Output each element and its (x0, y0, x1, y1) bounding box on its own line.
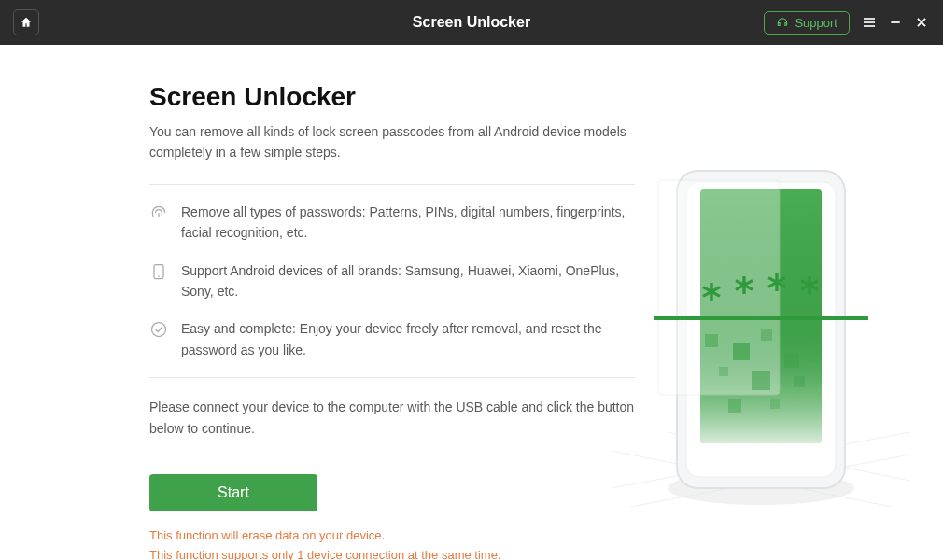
warnings: This function will erase data on your de… (149, 526, 635, 560)
svg-text:*: * (798, 270, 821, 313)
feature-text: Support Android devices of all brands: S… (181, 260, 635, 302)
page-subtitle: You can remove all kinds of lock screen … (149, 121, 635, 163)
check-circle-icon (149, 320, 168, 339)
svg-rect-28 (719, 367, 728, 376)
svg-point-8 (152, 323, 166, 337)
svg-rect-32 (728, 399, 741, 413)
features-list: Remove all types of passwords: Patterns,… (149, 185, 635, 377)
phone-icon (149, 262, 168, 281)
feature-text: Easy and complete: Enjoy your device fre… (181, 318, 635, 360)
minimize-button[interactable] (887, 14, 904, 31)
menu-button[interactable] (861, 14, 878, 31)
fingerprint-icon (149, 203, 168, 222)
svg-text:*: * (700, 276, 723, 319)
svg-rect-24 (705, 334, 718, 347)
home-button[interactable] (13, 9, 39, 35)
minimize-icon (889, 16, 902, 29)
svg-rect-30 (794, 376, 805, 387)
close-button[interactable] (913, 14, 930, 31)
feature-item: Support Android devices of all brands: S… (149, 260, 635, 302)
svg-text:*: * (733, 270, 755, 313)
main-content: Screen Unlocker You can remove all kinds… (0, 45, 943, 560)
feature-item: Remove all types of passwords: Patterns,… (149, 202, 635, 244)
svg-rect-31 (770, 399, 780, 409)
headset-icon (776, 16, 789, 29)
home-icon (20, 16, 33, 29)
support-button[interactable]: Support (764, 11, 850, 35)
svg-rect-26 (761, 329, 772, 341)
page-title: Screen Unlocker (149, 82, 635, 112)
warning-text: This function will erase data on your de… (149, 526, 635, 546)
phone-illustration: * * * * (612, 133, 910, 507)
feature-text: Remove all types of passwords: Patterns,… (181, 202, 635, 244)
svg-rect-27 (784, 353, 799, 368)
instruction-text: Please connect your device to the comput… (149, 397, 635, 439)
divider (149, 377, 635, 378)
close-icon (915, 16, 928, 29)
feature-item: Easy and complete: Enjoy your device fre… (149, 318, 635, 360)
warning-text: This function supports only 1 device con… (149, 546, 635, 560)
window-title: Screen Unlocker (413, 14, 530, 31)
svg-rect-25 (733, 343, 750, 360)
support-label: Support (795, 16, 837, 30)
titlebar: Screen Unlocker Support (0, 0, 943, 45)
svg-text:*: * (766, 267, 788, 310)
menu-icon (862, 15, 877, 30)
svg-rect-29 (752, 371, 770, 390)
start-button[interactable]: Start (149, 474, 317, 511)
